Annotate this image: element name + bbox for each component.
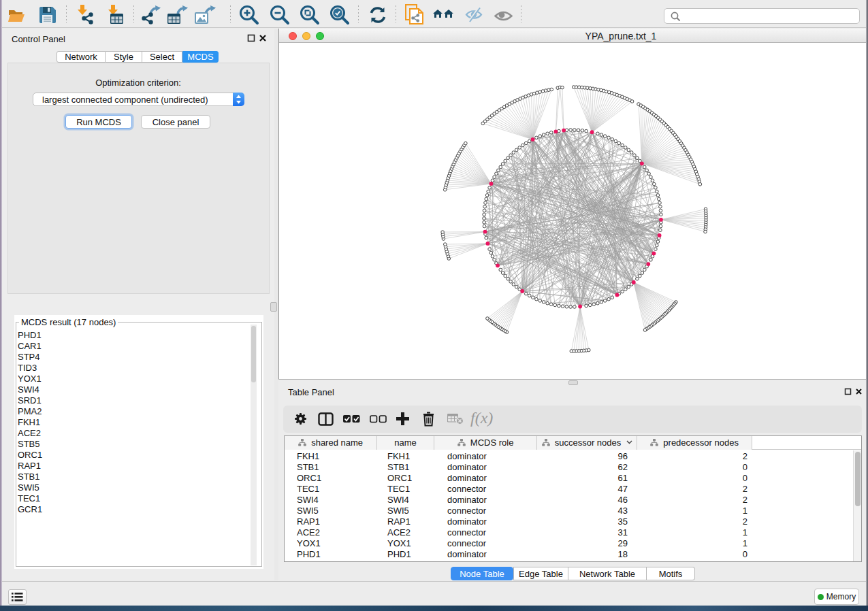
svg-text:f(x): f(x) — [470, 409, 493, 427]
